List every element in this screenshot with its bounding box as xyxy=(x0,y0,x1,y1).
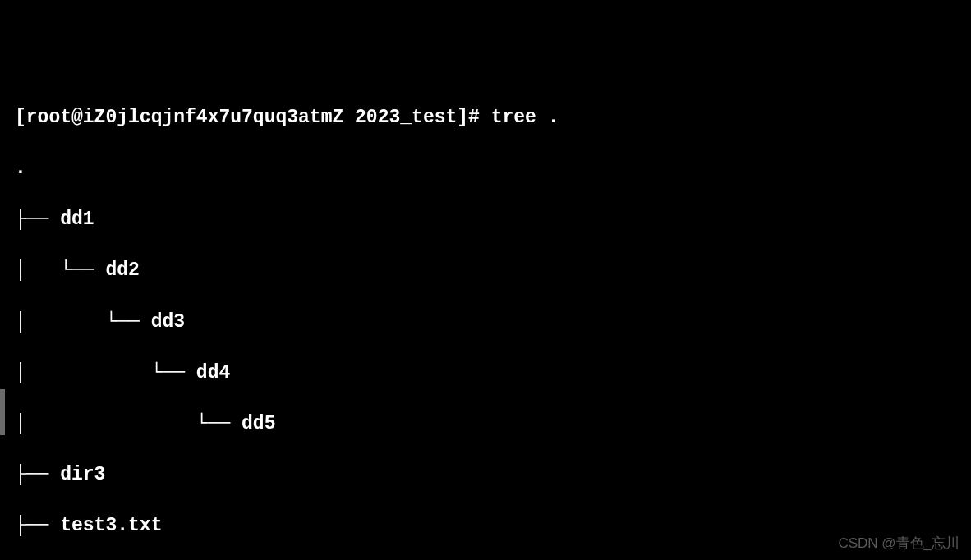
shell-prompt: [root@iZ0jlcqjnf4x7u7quq3atmZ 2023_test]… xyxy=(15,107,491,128)
tree-output-line: ├── dd1 xyxy=(15,207,971,232)
watermark-text: CSDN @青色_忘川 xyxy=(838,535,959,553)
tree-output-line: ├── dir3 xyxy=(15,462,971,488)
scrollbar-thumb[interactable] xyxy=(0,389,5,435)
command-text: tree . xyxy=(491,107,559,128)
tree-output-line: │ └── dd4 xyxy=(15,360,971,386)
tree-output-line: . xyxy=(15,156,971,181)
terminal-line-prompt-1: [root@iZ0jlcqjnf4x7u7quq3atmZ 2023_test]… xyxy=(15,105,971,131)
tree-output-line: │ └── dd5 xyxy=(15,411,971,437)
tree-output-line: │ └── dd2 xyxy=(15,258,971,283)
tree-output-line: │ └── dd3 xyxy=(15,310,971,335)
tree-output-line: ├── test3.txt xyxy=(15,513,971,539)
